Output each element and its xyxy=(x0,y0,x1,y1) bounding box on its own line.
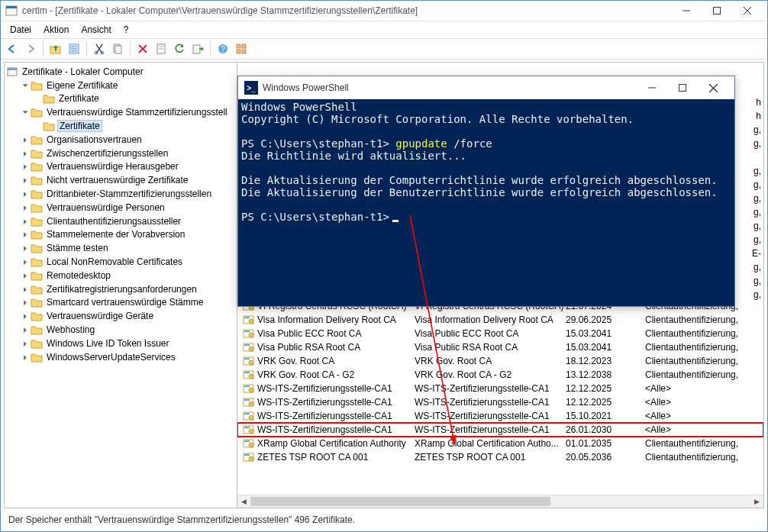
tree-item[interactable]: ⏵Nicht vertrauenswürdige Zertifikate xyxy=(5,173,237,187)
table-row[interactable]: WS-ITS-Zertifizierungsstelle-CA1WS-ITS-Z… xyxy=(237,395,763,409)
cell-expiry: 01.01.2035 xyxy=(566,438,645,449)
svg-rect-34 xyxy=(244,317,250,318)
back-button[interactable] xyxy=(4,40,21,57)
psh-minimize-button[interactable] xyxy=(637,77,667,98)
expander-closed-icon[interactable]: ⏵ xyxy=(20,190,31,198)
expander-closed-icon[interactable]: ⏵ xyxy=(20,285,31,293)
refresh-icon[interactable] xyxy=(171,40,188,57)
tree-item[interactable]: ⏵Organisationsvertrauen xyxy=(5,133,237,147)
table-row[interactable]: WS-ITS-Zertifizierungsstelle-CA1WS-ITS-Z… xyxy=(237,409,763,423)
expander-closed-icon[interactable]: ⏵ xyxy=(20,136,31,143)
tree-item[interactable]: Zertifikate xyxy=(5,119,237,133)
expander-open-icon[interactable]: ⏷ xyxy=(20,108,31,116)
psh-maximize-button[interactable] xyxy=(667,77,698,98)
svg-point-45 xyxy=(249,374,253,379)
tree-item[interactable]: ⏵Zertifikatregistrierungsanforderungen xyxy=(5,282,237,296)
folder-icon xyxy=(31,161,43,172)
expander-closed-icon[interactable]: ⏵ xyxy=(20,353,31,361)
tree-item[interactable]: ⏵Webhosting xyxy=(5,323,237,337)
cell-purpose: <Alle> xyxy=(645,397,763,408)
table-row[interactable]: VRK Gov. Root CA - G2VRK Gov. Root CA - … xyxy=(237,368,763,382)
tree-item[interactable]: ⏵Stämme testen xyxy=(5,241,237,255)
up-folder-icon[interactable] xyxy=(47,40,64,57)
expander-closed-icon[interactable]: ⏵ xyxy=(20,218,31,225)
delete-icon[interactable] xyxy=(134,40,151,57)
scroll-right-icon[interactable]: ▶ xyxy=(750,495,763,508)
svg-point-48 xyxy=(249,388,253,392)
cut-icon[interactable] xyxy=(91,40,108,57)
table-row[interactable]: Visa Information Delivery Root CAVisa In… xyxy=(237,313,763,327)
cell-purpose: <Alle> xyxy=(645,424,763,435)
tree-pane[interactable]: Zertifikate - Lokaler Computer ⏷Eigene Z… xyxy=(5,63,237,508)
table-row[interactable]: ZETES TSP ROOT CA 001ZETES TSP ROOT CA 0… xyxy=(237,450,763,464)
expander-closed-icon[interactable]: ⏵ xyxy=(20,244,31,252)
export-icon[interactable] xyxy=(189,40,206,57)
properties-icon[interactable] xyxy=(66,40,82,57)
copy-icon[interactable] xyxy=(109,40,126,57)
expander-closed-icon[interactable]: ⏵ xyxy=(20,326,31,334)
grid-icon[interactable] xyxy=(233,40,250,57)
tree-item[interactable]: Zertifikate xyxy=(5,92,237,106)
tree-item[interactable]: ⏵Stammelemente der Vorabversion xyxy=(5,228,237,242)
folder-icon xyxy=(31,107,43,118)
help-icon[interactable]: ? xyxy=(215,40,231,57)
table-row[interactable]: WS-ITS-Zertifizierungsstelle-CA1WS-ITS-Z… xyxy=(237,423,763,437)
forward-button[interactable] xyxy=(22,40,39,57)
table-row[interactable]: VRK Gov. Root CAVRK Gov. Root CA18.12.20… xyxy=(237,354,763,368)
table-row[interactable]: Visa Public ECC Root CAVisa Public ECC R… xyxy=(237,327,763,340)
truncated-text: g, xyxy=(752,221,761,234)
tree-item[interactable]: ⏵Zwischenzertifizierungsstellen xyxy=(5,147,237,160)
page-icon[interactable] xyxy=(153,40,169,57)
menu-aktion[interactable]: Aktion xyxy=(37,23,75,37)
cell-expiry: 26.01.2030 xyxy=(566,424,645,435)
maximize-button[interactable] xyxy=(702,2,732,20)
menu-datei[interactable]: Datei xyxy=(4,23,37,37)
tree-item[interactable]: ⏵Local NonRemovable Certificates xyxy=(5,255,237,269)
truncated-text xyxy=(752,152,761,166)
tree-item[interactable]: ⏵Vertrauenswürdige Geräte xyxy=(5,309,237,323)
expander-closed-icon[interactable]: ⏵ xyxy=(20,272,31,279)
tree-item[interactable]: ⏵WindowsServerUpdateServices xyxy=(5,350,237,364)
close-button[interactable] xyxy=(732,2,763,20)
table-row[interactable]: Visa Public RSA Root CAVisa Public RSA R… xyxy=(237,340,763,354)
expander-closed-icon[interactable]: ⏵ xyxy=(20,258,31,266)
expander-closed-icon[interactable]: ⏵ xyxy=(20,150,31,157)
expander-closed-icon[interactable]: ⏵ xyxy=(20,176,31,184)
powershell-titlebar[interactable]: >_ Windows PowerShell xyxy=(238,76,734,99)
tree-item[interactable]: ⏷Vertrauenswürdige Stammzertifizierungss… xyxy=(5,105,237,119)
expander-closed-icon[interactable]: ⏵ xyxy=(20,163,31,170)
minimize-button[interactable] xyxy=(671,2,702,20)
cell-expiry: 13.12.2038 xyxy=(566,369,645,380)
menu-ansicht[interactable]: Ansicht xyxy=(75,23,117,37)
scroll-thumb[interactable] xyxy=(250,497,550,506)
scroll-left-icon[interactable]: ◀ xyxy=(237,495,250,508)
tree-item[interactable]: ⏵Drittanbieter-Stammzertifizierungsstell… xyxy=(5,187,237,201)
scroll-track[interactable] xyxy=(250,495,750,508)
folder-icon xyxy=(31,80,43,91)
horizontal-scrollbar[interactable]: ◀ ▶ xyxy=(237,495,763,508)
psh-close-button[interactable] xyxy=(698,77,728,98)
svg-point-51 xyxy=(249,401,253,406)
tree-item[interactable]: ⏵Vertrauenswürdige Personen xyxy=(5,201,237,214)
expander-closed-icon[interactable]: ⏵ xyxy=(20,204,31,211)
expander-open-icon[interactable]: ⏷ xyxy=(20,82,31,89)
svg-rect-52 xyxy=(244,399,250,401)
folder-icon xyxy=(31,256,43,267)
tree-item[interactable]: ⏵Remotedesktop xyxy=(5,269,237,282)
expander-closed-icon[interactable]: ⏵ xyxy=(20,298,31,306)
expander-closed-icon[interactable]: ⏵ xyxy=(20,231,31,238)
menu-help[interactable]: ? xyxy=(118,23,135,37)
toolbar: ? xyxy=(1,38,767,60)
tree-item[interactable]: ⏵Clientauthentifizierungsaussteller xyxy=(5,214,237,228)
tree-item[interactable]: ⏵Windows Live ID Token Issuer xyxy=(5,337,237,350)
tree-item[interactable]: ⏵Vertrauenswürdige Herausgeber xyxy=(5,160,237,174)
tree-root[interactable]: Zertifikate - Lokaler Computer xyxy=(5,65,237,79)
tree-item-label: Windows Live ID Token Issuer xyxy=(45,338,171,349)
tree-item[interactable]: ⏷Eigene Zertifikate xyxy=(5,79,237,92)
tree-item[interactable]: ⏵Smartcard vertrauenswürdige Stämme xyxy=(5,296,237,310)
expander-closed-icon[interactable]: ⏵ xyxy=(20,340,31,347)
expander-closed-icon[interactable]: ⏵ xyxy=(20,312,31,320)
table-row[interactable]: XRamp Global Certification AuthorityXRam… xyxy=(237,437,763,450)
table-row[interactable]: WS-ITS-Zertifizierungsstelle-CA1WS-ITS-Z… xyxy=(237,382,763,395)
powershell-console[interactable]: Windows PowerShell Copyright (C) Microso… xyxy=(238,99,734,306)
